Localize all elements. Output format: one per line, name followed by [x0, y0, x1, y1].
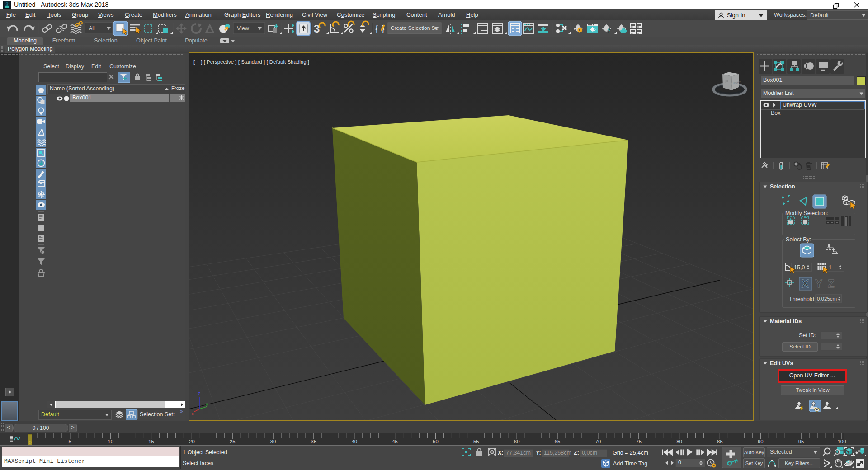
- svg-text:{: {: [375, 24, 378, 33]
- svg-text:100: 100: [837, 439, 846, 444]
- svg-text:y: y: [206, 402, 208, 407]
- svg-text:10: 10: [108, 439, 113, 444]
- svg-text:3: 3: [5, 1, 9, 8]
- svg-text:90: 90: [758, 439, 764, 444]
- svg-text:View: View: [237, 25, 250, 32]
- svg-text:RIGHT: RIGHT: [733, 81, 741, 84]
- svg-text:X: X: [802, 277, 809, 290]
- svg-text:Threshold:: Threshold:: [789, 296, 816, 302]
- svg-text:70: 70: [595, 439, 601, 444]
- svg-text:1: 1: [829, 264, 832, 271]
- svg-text:0,025cm: 0,025cm: [817, 296, 837, 301]
- svg-text:z: z: [198, 391, 200, 396]
- svg-text:[ + ] [ Perspective ] [ Standa: [ + ] [ Perspective ] [ Standard ] [ Def…: [193, 59, 309, 65]
- svg-text:15,0: 15,0: [794, 264, 805, 271]
- svg-text:Create Selection Se: Create Selection Se: [391, 25, 438, 31]
- svg-text:0: 0: [28, 440, 31, 445]
- svg-text:85: 85: [717, 439, 723, 444]
- svg-text:30: 30: [270, 439, 276, 444]
- svg-text:55: 55: [473, 439, 479, 444]
- svg-text:75: 75: [636, 439, 642, 444]
- svg-text:80: 80: [676, 439, 682, 444]
- svg-text:60: 60: [514, 439, 520, 444]
- svg-text:x: x: [192, 411, 194, 416]
- svg-text:Y: Y: [815, 277, 822, 290]
- svg-text:95: 95: [798, 439, 804, 444]
- svg-text:35: 35: [311, 439, 317, 444]
- svg-text:20: 20: [189, 439, 195, 444]
- svg-text:25: 25: [230, 439, 236, 444]
- svg-text:45: 45: [392, 439, 398, 444]
- svg-text:All: All: [89, 25, 95, 32]
- svg-text:15: 15: [148, 439, 154, 444]
- svg-text:40: 40: [351, 439, 357, 444]
- svg-text:Z: Z: [828, 277, 835, 290]
- svg-text:65: 65: [555, 439, 561, 444]
- svg-text:5: 5: [69, 439, 71, 444]
- svg-text:50: 50: [433, 439, 439, 444]
